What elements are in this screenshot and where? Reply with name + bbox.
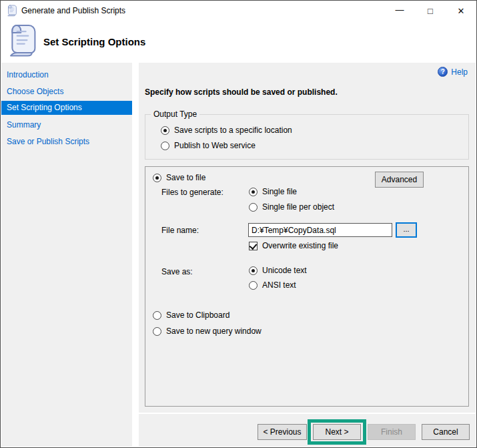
page-title: Set Scripting Options: [43, 36, 145, 47]
minimize-button[interactable]: —: [384, 1, 415, 21]
next-button[interactable]: Next >: [313, 424, 361, 440]
radio-single-file[interactable]: Single file: [249, 186, 297, 197]
help-icon: ?: [438, 67, 448, 77]
radio-save-scripts-location[interactable]: Save scripts to a specific location: [161, 125, 292, 136]
radio-icon: [249, 203, 258, 212]
wizard-steps-sidebar: Introduction Choose Objects Set Scriptin…: [1, 63, 132, 447]
radio-icon: [153, 311, 161, 320]
footer-divider: [139, 413, 476, 414]
radio-icon: [161, 126, 169, 135]
radio-save-to-new-query-window[interactable]: Save to new query window: [153, 326, 262, 337]
radio-save-to-clipboard[interactable]: Save to Clipboard: [153, 310, 229, 320]
step-save-or-publish[interactable]: Save or Publish Scripts: [1, 135, 132, 149]
output-type-group: Output Type Save scripts to a specific l…: [145, 114, 469, 160]
radio-ansi-text[interactable]: ANSI text: [249, 280, 296, 290]
wizard-header: Set Scripting Options: [1, 21, 476, 63]
radio-single-file-per-object[interactable]: Single file per object: [249, 202, 334, 212]
radio-icon: [249, 188, 258, 196]
radio-publish-web-service[interactable]: Publish to Web service: [161, 140, 256, 151]
title-bar: Generate and Publish Scripts — □ ✕: [1, 1, 476, 21]
checkbox-icon: [249, 242, 258, 250]
advanced-button[interactable]: Advanced: [375, 172, 424, 188]
checkbox-overwrite-existing-file[interactable]: Overwrite existing file: [249, 240, 338, 251]
maximize-button[interactable]: □: [415, 1, 446, 21]
scroll-icon-large: [7, 23, 38, 61]
previous-button[interactable]: < Previous: [258, 424, 307, 440]
save-options-panel: Save to file Advanced Files to generate:…: [145, 166, 469, 407]
finish-button: Finish: [368, 424, 416, 440]
radio-icon: [153, 174, 161, 182]
help-link[interactable]: ? Help: [438, 67, 468, 77]
step-choose-objects[interactable]: Choose Objects: [1, 85, 132, 99]
step-introduction[interactable]: Introduction: [1, 68, 132, 82]
radio-unicode-text[interactable]: Unicode text: [249, 265, 307, 276]
step-summary[interactable]: Summary: [1, 118, 132, 132]
save-as-label: Save as:: [161, 267, 193, 276]
browse-button[interactable]: ...: [396, 222, 417, 238]
radio-save-to-file[interactable]: Save to file: [153, 172, 205, 183]
radio-icon: [161, 142, 169, 150]
cancel-button[interactable]: Cancel: [422, 424, 470, 440]
radio-icon: [153, 327, 161, 336]
page-instruction: Specify how scripts should be saved or p…: [145, 87, 338, 97]
window-controls: — □ ✕: [384, 1, 476, 21]
wizard-content: ? Help Specify how scripts should be sav…: [139, 63, 476, 447]
close-button[interactable]: ✕: [446, 1, 476, 21]
radio-icon: [249, 266, 258, 275]
file-name-input[interactable]: [248, 223, 392, 237]
wizard-window: Generate and Publish Scripts — □ ✕ Set S…: [0, 0, 477, 448]
help-label: Help: [451, 67, 468, 77]
scroll-icon: [7, 5, 17, 19]
radio-icon: [249, 281, 258, 290]
file-name-label: File name:: [161, 226, 199, 235]
window-title: Generate and Publish Scripts: [21, 1, 125, 21]
step-set-scripting-options[interactable]: Set Scripting Options: [1, 101, 132, 115]
files-to-generate-label: Files to generate:: [161, 188, 223, 197]
output-type-group-label: Output Type: [151, 109, 199, 119]
